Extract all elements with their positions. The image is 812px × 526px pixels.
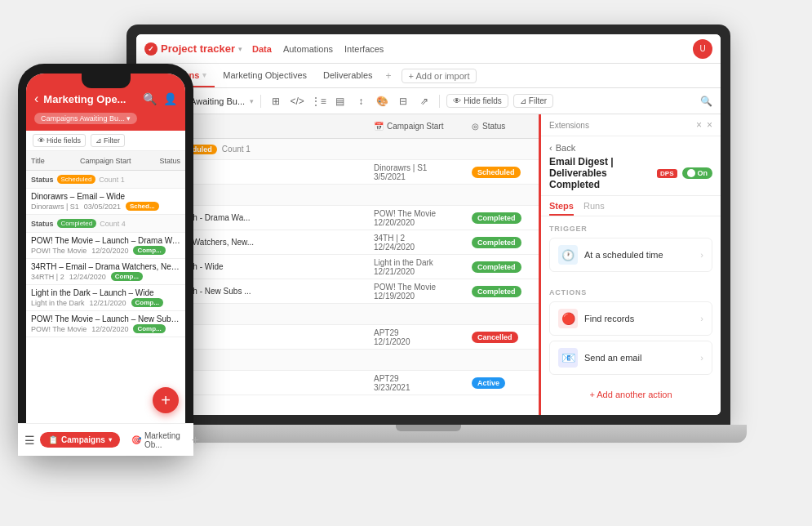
phone-row-title: Light in the Dark – Launch – Wide [31,288,180,297]
filter-label: Filter [529,96,547,105]
sort-icon[interactable]: ↕ [353,93,369,109]
find-records-left: 🔴 Find records [558,309,634,328]
status-col-label: Status [482,122,505,131]
phone-row-title: POW! The Movie – Launch – Drama Watchers [31,236,180,245]
toolbar-separator-1 [260,95,261,108]
phone-fab-button[interactable]: + [153,387,179,413]
row-status: Cancelled [465,332,539,343]
status-badge-completed: Completed [472,286,521,297]
row-status: Active [465,377,539,389]
app-title: Project tracker [161,42,235,55]
toolbar-separator-2 [439,95,440,108]
trigger-item[interactable]: 🕐 At a scheduled time › [549,238,712,272]
row-campaign-name: APT29 [374,374,459,383]
row-date: 12/24/2020 [374,243,459,252]
phone-back-button[interactable]: ‹ [34,91,38,106]
actions-section: actiONS 🔴 Find records › 📧 Send an e [541,280,721,383]
table-row: ☐ - Launch - New Subs ... POW! The Movie… [136,279,539,304]
tab-campaigns-arrow: ▾ [202,71,206,79]
phone-hide-fields-button[interactable]: 👁 Hide fields [33,134,86,147]
phone-row-sub-name: POW! The Movie [31,325,87,333]
trigger-item-left: 🕐 At a scheduled time [558,245,663,265]
nav-automations[interactable]: Automations [283,44,333,54]
nav-interfaces[interactable]: Interfaces [344,44,384,54]
table-icon[interactable]: ⊟ [395,93,411,109]
laptop-device: ✓ Project tracker ▾ Data Automations Int… [126,25,747,482]
phone-marketing-tab[interactable]: 🎯 Marketing Ob... [125,428,185,447]
filter-icon[interactable]: ⋮≡ [310,93,326,109]
paint-icon[interactable]: 🎨 [374,93,390,109]
phone-filter-badge[interactable]: Campaigns Awaiting Bu... ▾ [34,113,137,124]
phone-row-sub: 34RTH | 2 12/24/2020 Comp... [31,272,180,281]
eye-icon: 👁 [453,96,461,105]
app-tabs: Campaigns ▾ Marketing Objectives Deliver… [136,64,721,88]
phone-title: Marketing Ope... [43,93,138,105]
share-icon[interactable]: ⇗ [416,93,433,109]
phone-person-icon[interactable]: 👤 [163,92,177,105]
tab-add[interactable]: + [381,70,397,82]
user-avatar[interactable]: U [693,39,712,59]
search-icon[interactable]: 🔍 [698,93,714,109]
actions-section-title: actiONS [549,288,712,296]
row-date: 12/19/2020 [374,292,459,301]
row-campaign: POW! The Movie 12/19/2020 [367,283,465,301]
close-icon[interactable]: × [707,119,712,131]
phone-bottom-bar: ☰ 📋 Campaigns ▾ 🎯 Marketing Ob... + [26,423,185,446]
phone-campaigns-tab[interactable]: 📋 Campaigns ▾ [40,432,120,446]
row-status: Completed [465,212,539,224]
add-or-import-button[interactable]: + Add or import [402,69,477,83]
laptop-body: ✓ Project tracker ▾ Data Automations Int… [126,25,730,425]
grid-view-icon[interactable]: ⊞ [268,93,284,109]
table-row: ☐ - Wide Dinorawrs | S1 3/5/2021 Schedul… [136,160,539,185]
phone-search-icon[interactable]: 🔍 [143,92,157,105]
phone-row-badge: Sched... [126,202,159,211]
ext-tab-steps[interactable]: Steps [549,201,574,216]
send-email-item[interactable]: 📧 Send an email › [549,341,712,375]
status-badge-cancelled: Cancelled [472,332,518,343]
row-campaign: POW! The Movie 12/20/2020 [367,209,465,227]
code-icon[interactable]: </> [289,93,305,109]
filter-button[interactable]: ⊿ Filter [513,94,553,108]
find-records-item[interactable]: 🔴 Find records › [549,301,712,336]
tab-marketing[interactable]: Marketing Objectives [215,64,315,87]
row-campaign-name: POW! The Movie [374,283,459,292]
phone-filter-button[interactable]: ⊿ Filter [91,134,125,147]
phone-row-sub: Dinorawrs | S1 03/05/2021 Sched... [31,202,180,211]
app-header: ✓ Project tracker ▾ Data Automations Int… [136,34,721,64]
row-date: 12/21/2020 [374,267,459,276]
tab-deliverables[interactable]: Deliverables [315,64,381,87]
trigger-section: TRIGGER 🕐 At a scheduled time › [541,216,721,280]
nav-data[interactable]: Data [252,44,272,54]
phone-filter-icon: ⊿ [95,136,102,145]
col-status: ◎ Status [465,122,539,131]
phone-menu-icon[interactable]: ☰ [26,434,35,447]
status-badge-scheduled: Scheduled [472,167,521,178]
app-logo-icon: ✓ [144,42,158,56]
phone-row-date: 12/20/2020 [91,325,128,333]
table-row: ☐ - Launch - Wide Light in the Dark 12/2… [136,255,539,279]
row-status: Completed [465,261,539,273]
ext-tab-runs[interactable]: Runs [583,201,605,216]
phone-col-title: Title [31,157,80,165]
add-action-button[interactable]: + Add another action [541,383,721,406]
phone-col-campaign: Campaign Start [80,157,135,165]
phone-table-row: POW! The Movie – Launch – Drama Watchers… [26,233,185,259]
app-content: ☐ ☰ Title 📅 Campaign Start ◎ Status [136,114,721,415]
phone-group-status-label: Status [31,176,54,184]
minimize-icon[interactable]: × [696,119,702,131]
phone-row-date: 03/05/2021 [84,203,121,211]
ext-back-button[interactable]: ‹ Back [541,136,721,156]
layout-icon[interactable]: ▤ [331,93,348,109]
phone-row-sub: POW! The Movie 12/20/2020 Comp... [31,324,180,333]
phone-row-badge: Comp... [133,324,165,333]
phone-group-completed: Status Completed Count 4 [26,215,185,233]
toggle-on[interactable]: On [682,167,713,179]
phone-marketing-label: Marketing Ob... [144,431,180,447]
phone-table-row: Dinorawrs – Email – Wide Dinorawrs | S1 … [26,189,185,215]
group-count-1: Count 1 [222,145,251,154]
hide-fields-button[interactable]: 👁 Hide fields [446,94,508,108]
phone-campaigns-label: Campaigns [61,435,105,444]
phone-table-row: Light in the Dark – Launch – Wide Light … [26,285,185,311]
row-date: 12/1/2020 [374,337,459,346]
phone-row-title: POW! The Movie – Launch – New Subs 30 D.… [31,314,180,323]
